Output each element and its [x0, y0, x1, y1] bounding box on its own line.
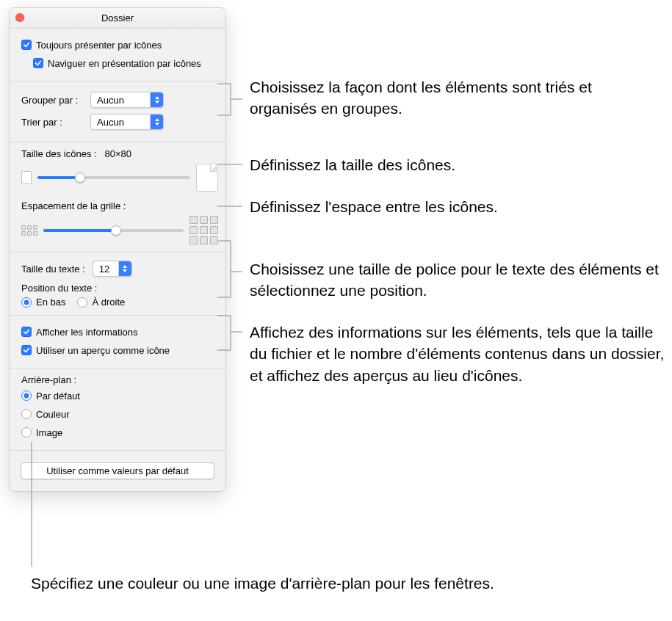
checkbox-show-info[interactable] — [21, 327, 32, 337]
checkbox-browse-icons[interactable] — [33, 58, 43, 68]
grid-spacing-label: Espacement de la grille : — [21, 200, 218, 211]
slider-thumb[interactable] — [111, 225, 121, 236]
icon-size-value: 80×80 — [104, 148, 131, 159]
background-section: Arrière-plan : Par défaut Couleur Image — [10, 368, 225, 451]
sort-by-value: Aucun — [97, 117, 124, 128]
label-text-right: À droite — [92, 297, 125, 308]
radio-bg-image[interactable] — [21, 427, 32, 437]
titlebar[interactable]: Dossier — [10, 8, 225, 29]
text-position-label: Position du texte : — [21, 283, 218, 294]
group-sort-section: Grouper par : Aucun Trier par : Aucun — [10, 81, 225, 142]
stepper-icon — [150, 115, 163, 129]
icon-size-label: Taille des icônes : — [21, 148, 97, 159]
group-by-value: Aucun — [97, 95, 124, 106]
callout-background: Spécifiez une couleur ou une image d'arr… — [31, 573, 494, 594]
label-show-info: Afficher les informations — [36, 327, 138, 338]
stepper-icon — [118, 261, 131, 276]
slider-fill — [43, 229, 116, 232]
text-size-value: 12 — [99, 264, 109, 275]
callout-grid-spacing: Définissez l'espace entre les icônes. — [250, 196, 661, 217]
info-section: Afficher les informations Utiliser un ap… — [10, 316, 225, 368]
small-doc-icon — [21, 171, 32, 184]
label-bg-image: Image — [36, 427, 62, 438]
text-size-select[interactable]: 12 — [93, 261, 132, 277]
label-text-bottom: En bas — [36, 297, 65, 308]
label-use-preview: Utiliser un aperçu comme icône — [36, 345, 170, 356]
use-as-default-button[interactable]: Utiliser comme valeurs par défaut — [21, 462, 214, 479]
group-by-select[interactable]: Aucun — [90, 92, 164, 108]
text-size-label: Taille du texte : — [21, 264, 85, 275]
large-doc-icon — [196, 164, 218, 192]
close-icon[interactable] — [15, 13, 24, 22]
sort-by-label: Trier par : — [21, 117, 90, 128]
radio-text-bottom[interactable] — [21, 297, 32, 308]
callout-text: Choisissez une taille de police pour le … — [250, 258, 665, 302]
radio-bg-color[interactable] — [21, 409, 32, 419]
label-always-icons: Toujours présenter par icônes — [36, 40, 162, 51]
grid-wide-icon — [189, 216, 218, 244]
slider-fill — [37, 176, 80, 179]
checkbox-use-preview[interactable] — [21, 345, 32, 355]
slider-thumb[interactable] — [75, 172, 85, 183]
callout-info: Affichez des informations sur les élémen… — [250, 322, 665, 386]
text-section: Taille du texte : 12 Position du texte :… — [10, 253, 225, 316]
panel-footer: Utiliser comme valeurs par défaut — [10, 462, 225, 491]
label-bg-default: Par défaut — [36, 391, 80, 402]
grid-spacing-slider[interactable] — [43, 229, 184, 232]
label-browse-icons: Naviguer en présentation par icônes — [48, 58, 201, 69]
callout-group-sort: Choisissez la façon dont les éléments so… — [250, 76, 661, 120]
icon-size-slider[interactable] — [37, 176, 190, 179]
window-title: Dossier — [101, 12, 134, 23]
view-options-panel: Dossier Toujours présenter par icônes Na… — [9, 7, 226, 492]
sort-by-select[interactable]: Aucun — [90, 114, 164, 130]
background-label: Arrière-plan : — [21, 374, 218, 385]
checkbox-always-icons[interactable] — [21, 40, 32, 50]
radio-text-right[interactable] — [77, 297, 87, 308]
top-checks-section: Toujours présenter par icônes Naviguer e… — [10, 29, 225, 81]
group-by-label: Grouper par : — [21, 95, 90, 106]
label-bg-color: Couleur — [36, 409, 70, 420]
radio-bg-default[interactable] — [21, 391, 32, 401]
icon-size-section: Taille des icônes : 80×80 Espacement de … — [10, 142, 225, 253]
stepper-icon — [150, 92, 163, 107]
callout-icon-size: Définissez la taille des icônes. — [250, 154, 661, 175]
grid-tight-icon — [21, 225, 37, 236]
